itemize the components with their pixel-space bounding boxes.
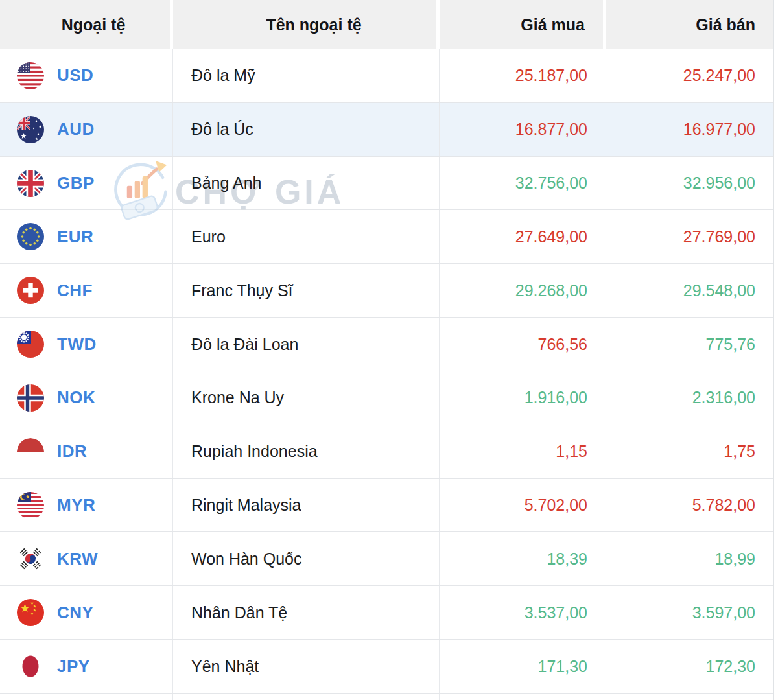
- twd-flag-icon: [17, 331, 44, 358]
- currency-code: EUR: [57, 227, 93, 247]
- buy-price: 25.187,00: [515, 66, 587, 85]
- column-header-sell-price: Giá bán: [606, 0, 773, 49]
- currency-row[interactable]: TWD Đô la Đài Loan 766,56 775,76: [0, 318, 773, 371]
- buy-price-cell: 16.877,00: [440, 103, 606, 156]
- buy-price: 3.537,00: [525, 603, 587, 622]
- currency-code: NOK: [57, 388, 95, 408]
- currency-name-cell: Krone Na Uy: [173, 371, 440, 425]
- sell-price: 32.956,00: [683, 174, 755, 192]
- jpy-flag-icon: [17, 653, 44, 680]
- currency-cell: TWD: [0, 318, 173, 371]
- currency-name: Đô la Mỹ: [191, 66, 255, 85]
- sell-price: 1,75: [724, 442, 755, 461]
- eur-flag-icon: [17, 223, 44, 250]
- currency-row[interactable]: CHF Franc Thụy Sĩ 29.268,00 29.548,00: [0, 264, 773, 318]
- sell-price: 3.597,00: [692, 603, 755, 622]
- sell-price-cell: 2.316,00: [606, 371, 773, 425]
- currency-cell: CNY: [0, 586, 173, 639]
- sell-price: 29.548,00: [683, 281, 755, 300]
- buy-price-cell: 32.756,00: [440, 157, 606, 210]
- sell-price: 775,76: [706, 335, 755, 354]
- currency-cell: CHF: [0, 264, 173, 317]
- currency-row[interactable]: NOK Krone Na Uy 1.916,00 2.316,00: [0, 371, 773, 425]
- currency-name: Yên Nhật: [191, 657, 259, 676]
- currency-name: Won Hàn Quốc: [191, 550, 301, 568]
- currency-cell: NOK: [0, 371, 173, 425]
- currency-name-cell: Won Hàn Quốc: [173, 532, 440, 585]
- currency-name-cell: Franc Thụy Sĩ: [173, 264, 440, 317]
- sell-price-cell: 16.977,00: [606, 103, 773, 156]
- currency-name-cell: Bảng Anh: [173, 157, 440, 210]
- currency-code: USD: [57, 65, 93, 86]
- currency-cell: AUD: [0, 103, 173, 156]
- table-header: Ngoại tệ Tên ngoại tệ Giá mua Giá bán: [0, 0, 773, 49]
- buy-price: 1.916,00: [525, 388, 587, 407]
- currency-row[interactable]: MYR Ringit Malaysia 5.702,00 5.782,00: [0, 479, 773, 533]
- myr-flag-icon: [17, 492, 44, 519]
- column-header-currency-name: Tên ngoại tệ: [173, 0, 440, 49]
- currency-name: Đô la Úc: [191, 120, 253, 139]
- currency-row[interactable]: JPY Yên Nhật 171,30 172,30: [0, 640, 773, 694]
- buy-price-cell: 1,15: [440, 425, 606, 478]
- currency-code: KRW: [57, 549, 98, 569]
- currency-name: Bảng Anh: [191, 174, 261, 192]
- currency-name-cell: [173, 694, 440, 700]
- currency-name-cell: Euro: [173, 210, 440, 263]
- currency-name: Đô la Đài Loan: [191, 335, 298, 354]
- currency-name-cell: Nhân Dân Tệ: [173, 586, 440, 639]
- buy-price-cell: 25.187,00: [440, 49, 606, 102]
- currency-cell: JPY: [0, 640, 173, 693]
- buy-price: 32.756,00: [515, 174, 587, 192]
- sell-price-cell: 5.782,00: [606, 479, 773, 532]
- buy-price: 1,15: [556, 442, 587, 461]
- currency-code: MYR: [57, 495, 95, 515]
- buy-price-cell: 5.702,00: [440, 479, 606, 532]
- currency-name: Nhân Dân Tệ: [191, 603, 287, 622]
- buy-price: 766,56: [538, 335, 587, 354]
- currency-code: GBP: [57, 173, 95, 193]
- currency-row[interactable]: USD Đô la Mỹ 25.187,00 25.247,00: [0, 49, 773, 103]
- currency-code: JPY: [57, 657, 90, 677]
- gbp-flag-icon: [17, 170, 44, 197]
- sell-price: 27.769,00: [683, 228, 755, 246]
- currency-row[interactable]: CNY Nhân Dân Tệ 3.537,00 3.597,00: [0, 586, 773, 640]
- nok-flag-icon: [17, 384, 44, 412]
- currency-row[interactable]: KRW Won Hàn Quốc 18,39 18,99: [0, 532, 773, 586]
- currency-name: Euro: [191, 228, 226, 246]
- currency-name: Ringit Malaysia: [191, 496, 301, 515]
- currency-name-cell: Yên Nhật: [173, 640, 440, 693]
- aud-flag-icon: [17, 116, 44, 143]
- sell-price-cell: 3.597,00: [606, 586, 773, 639]
- currency-name: Krone Na Uy: [191, 388, 284, 407]
- currency-name-cell: Đô la Đài Loan: [173, 318, 440, 371]
- currency-cell: MYR: [0, 479, 173, 532]
- currency-row[interactable]: EUR Euro 27.649,00 27.769,00: [0, 210, 773, 264]
- currency-row[interactable]: AUD Đô la Úc 16.877,00 16.977,00: [0, 103, 773, 157]
- buy-price-cell: 29.268,00: [440, 264, 606, 317]
- exchange-rate-table: Ngoại tệ Tên ngoại tệ Giá mua Giá bán US…: [0, 0, 774, 700]
- sell-price-cell: 27.769,00: [606, 210, 773, 263]
- usd-flag-icon: [17, 62, 44, 89]
- currency-code: AUD: [57, 119, 95, 139]
- sell-price-cell: 18,99: [606, 532, 773, 585]
- currency-cell: IDR: [0, 425, 173, 478]
- sell-price: 2.316,00: [692, 388, 755, 407]
- sell-price: 172,30: [706, 657, 755, 676]
- currency-row[interactable]: GBP Bảng Anh 32.756,00 32.956,00: [0, 157, 773, 211]
- column-header-currency: Ngoại tệ: [0, 0, 173, 49]
- sell-price-cell: 1,75: [606, 425, 773, 478]
- currency-name-cell: Đô la Úc: [173, 103, 440, 156]
- currency-cell: GBP: [0, 157, 173, 210]
- currency-name-cell: Ringit Malaysia: [173, 479, 440, 532]
- currency-cell: [0, 694, 173, 700]
- buy-price-cell: 27.649,00: [440, 210, 606, 263]
- currency-name: Rupiah Indonesia: [191, 442, 318, 461]
- currency-name-cell: Đô la Mỹ: [173, 49, 440, 102]
- buy-price: 18,39: [547, 550, 587, 568]
- currency-row[interactable]: IDR Rupiah Indonesia 1,15 1,75: [0, 425, 773, 479]
- sell-price: 16.977,00: [683, 120, 755, 139]
- krw-flag-icon: [17, 545, 44, 572]
- currency-code: CNY: [57, 603, 93, 623]
- chf-flag-icon: [17, 277, 44, 304]
- sell-price-cell: 172,30: [606, 640, 773, 693]
